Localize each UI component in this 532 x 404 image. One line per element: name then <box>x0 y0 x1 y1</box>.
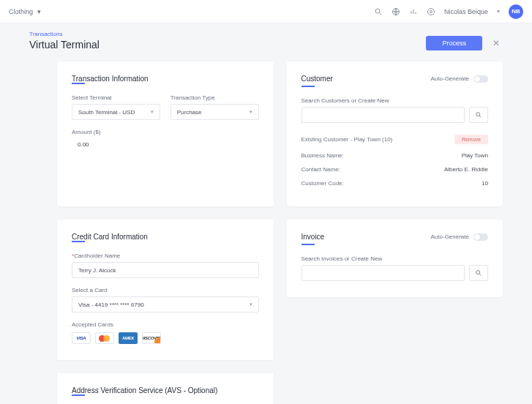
title-underline <box>72 241 85 242</box>
page-header: Transactions Virtual Terminal Process ✕ <box>0 23 532 56</box>
avs-card: Address Verification Service (AVS - Opti… <box>57 373 274 404</box>
customer-search-input[interactable] <box>301 107 465 123</box>
terminal-value: South Terminal - USD <box>78 109 135 116</box>
transaction-info-card: Transaction Information Select Terminal … <box>57 61 274 206</box>
card-title: Credit Card Information <box>72 233 259 241</box>
invoice-card: Invoice Auto-Generate Search Invoices or… <box>287 220 503 297</box>
svg-point-6 <box>430 10 432 12</box>
chevron-down-icon: ▾ <box>497 8 500 15</box>
topbar: Clothing ▾ Nicolas Beique ▾ NB <box>0 0 532 23</box>
customer-code-label: Customer Code: <box>301 180 344 187</box>
cardholder-label: Cardholder Name <box>72 252 259 259</box>
mastercard-logo-icon <box>95 332 114 344</box>
title-underline <box>72 83 85 84</box>
accepted-cards-label: Accepted Cards <box>72 321 259 328</box>
invoice-search-input[interactable] <box>301 265 465 281</box>
title-underline <box>72 394 85 396</box>
svg-point-10 <box>476 271 480 274</box>
cardholder-value: Terry J. Alcock <box>78 267 116 274</box>
contact-name-label: Contact Name: <box>301 166 340 173</box>
business-name-row: Business Name: Play Town <box>301 149 489 162</box>
autogen-label: Auto-Generate <box>431 75 469 82</box>
contact-name-row: Contact Name: Alberto E. Riddle <box>301 162 489 176</box>
svg-point-0 <box>375 9 380 13</box>
visa-logo-icon: VISA <box>72 332 91 344</box>
cardholder-input[interactable]: Terry J. Alcock <box>72 262 259 278</box>
autogen-toggle[interactable] <box>473 75 488 83</box>
autogen-toggle[interactable] <box>473 233 488 241</box>
card-title: Customer <box>301 75 333 83</box>
type-value: Purchase <box>177 109 202 116</box>
gear-icon[interactable] <box>427 7 435 16</box>
chart-icon[interactable] <box>409 7 418 16</box>
title-underline <box>301 86 315 87</box>
chevron-down-icon: ▾ <box>151 109 154 115</box>
accepted-cards-row: VISA AMEX DISCOVER <box>72 332 259 344</box>
amex-logo-icon: AMEX <box>119 332 138 344</box>
chevron-down-icon: ▾ <box>250 109 252 115</box>
title-underline <box>301 244 315 245</box>
terminal-select[interactable]: South Terminal - USD ▾ <box>72 104 160 120</box>
svg-point-8 <box>476 113 480 116</box>
close-icon[interactable]: ✕ <box>490 35 503 51</box>
topbar-right: Nicolas Beique ▾ NB <box>374 4 523 19</box>
invoice-search-label: Search Invoices or Create New <box>301 255 489 262</box>
contact-name-value: Alberto E. Riddle <box>444 166 488 173</box>
process-button[interactable]: Process <box>426 36 482 50</box>
customer-search-button[interactable] <box>469 107 488 123</box>
svg-line-1 <box>379 12 381 15</box>
card-title: Invoice <box>301 233 325 241</box>
content-grid: Transaction Information Select Terminal … <box>0 56 532 404</box>
chevron-down-icon: ▾ <box>250 302 252 307</box>
business-name-label: Business Name: <box>301 152 344 159</box>
svg-line-11 <box>479 274 481 275</box>
type-label: Transaction Type <box>171 94 259 101</box>
customer-search-label: Search Customers or Create New <box>301 97 489 104</box>
type-select[interactable]: Purchase ▾ <box>171 104 259 120</box>
search-icon[interactable] <box>374 7 383 16</box>
svg-line-9 <box>479 116 481 117</box>
autogen-label: Auto-Generate <box>431 233 469 240</box>
customer-code-row: Customer Code: 10 <box>301 176 489 190</box>
card-title: Transaction Information <box>72 75 259 83</box>
svg-point-7 <box>427 8 434 15</box>
globe-icon[interactable] <box>391 7 400 16</box>
page-title: Virtual Terminal <box>29 39 100 50</box>
existing-customer-label: Existing Customer - Play Town (10) <box>301 136 393 143</box>
credit-card-card: Credit Card Information Cardholder Name … <box>57 220 274 360</box>
card-select[interactable]: Visa - 4419 **** **** 6790 ▾ <box>72 296 259 313</box>
discover-logo-icon: DISCOVER <box>142 332 161 344</box>
org-switcher[interactable]: Clothing ▾ <box>9 8 41 15</box>
customer-code-value: 10 <box>482 180 488 187</box>
invoice-search-button[interactable] <box>469 265 488 281</box>
business-name-value: Play Town <box>462 152 488 159</box>
amount-label: Amount ($) <box>72 129 259 135</box>
card-value: Visa - 4419 **** **** 6790 <box>78 302 144 308</box>
chevron-down-icon: ▾ <box>37 8 41 15</box>
remove-customer-button[interactable]: Remove <box>454 135 488 144</box>
user-name[interactable]: Nicolas Beique <box>444 8 488 15</box>
org-name: Clothing <box>9 8 33 15</box>
terminal-label: Select Terminal <box>72 94 160 101</box>
breadcrumb[interactable]: Transactions <box>29 31 100 37</box>
amount-input[interactable]: 0.00 <box>72 138 259 151</box>
avatar[interactable]: NB <box>509 4 523 19</box>
card-title: Address Verification Service (AVS - Opti… <box>72 386 259 394</box>
customer-card: Customer Auto-Generate Search Customers … <box>287 61 503 206</box>
select-card-label: Select a Card <box>72 287 259 293</box>
